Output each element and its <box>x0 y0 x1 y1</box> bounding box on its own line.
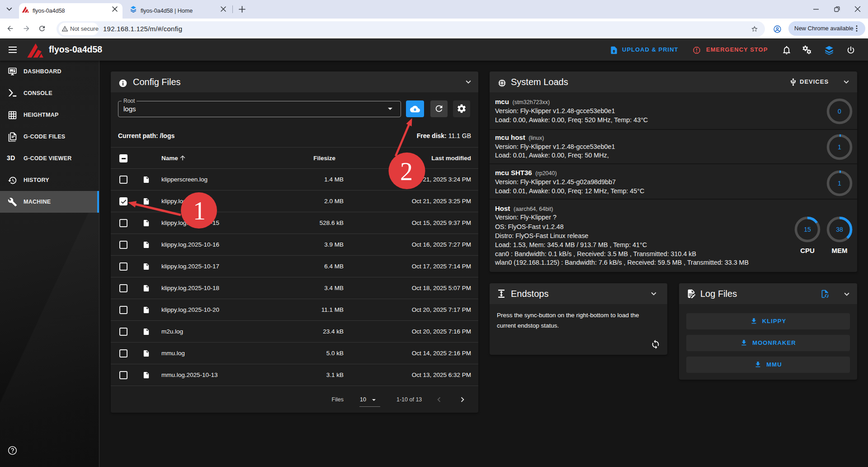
svg-text:1: 1 <box>193 197 206 225</box>
svg-text:2: 2 <box>400 157 413 186</box>
